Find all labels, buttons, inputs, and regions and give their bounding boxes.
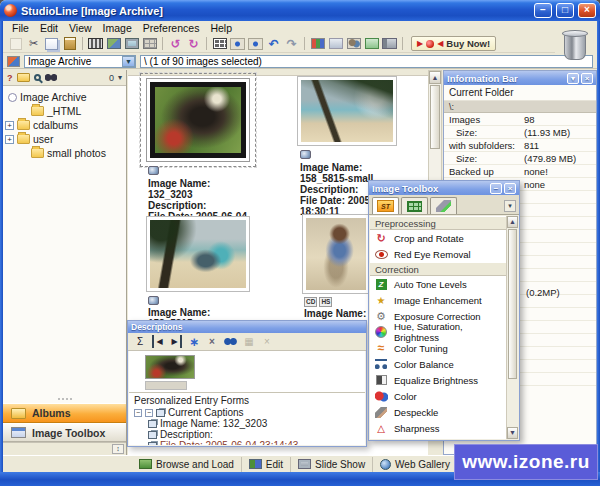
- prev-image-icon[interactable]: [230, 38, 245, 50]
- pin-icon[interactable]: ▾: [118, 73, 122, 82]
- panel-minimize-icon[interactable]: −: [490, 183, 502, 194]
- toolbox-item-auto-tone[interactable]: Auto Tone Levels: [370, 276, 506, 292]
- menu-view[interactable]: View: [64, 22, 97, 34]
- filmstrip-icon[interactable]: [88, 38, 103, 49]
- copy-icon[interactable]: [45, 38, 58, 50]
- tab-filters[interactable]: [401, 197, 428, 214]
- expand-icon[interactable]: +: [5, 121, 14, 130]
- rotate-left-icon[interactable]: [167, 37, 184, 51]
- sort-icon[interactable]: [311, 38, 325, 49]
- chevron-down-icon[interactable]: ▼: [122, 56, 135, 67]
- expand-icon[interactable]: +: [5, 135, 14, 144]
- toolbox-scrollbar[interactable]: ▲ ▼: [506, 216, 518, 439]
- cut-icon[interactable]: [25, 37, 42, 51]
- panel-close-icon[interactable]: ×: [581, 73, 593, 84]
- thumbnail-158-5964[interactable]: [302, 214, 370, 294]
- help-icon[interactable]: ?: [7, 73, 13, 83]
- trash-bin-icon[interactable]: [557, 27, 593, 63]
- path-input[interactable]: [140, 55, 593, 68]
- sidebar-resize-button[interactable]: ↕: [112, 444, 124, 454]
- thumbnail-132-3203[interactable]: [146, 78, 250, 162]
- search-icon[interactable]: [34, 74, 41, 81]
- tab-studioline-tools[interactable]: [372, 197, 399, 214]
- thumbnail-158-5815[interactable]: [146, 216, 250, 292]
- toolbox-item-color[interactable]: Color: [370, 388, 506, 404]
- next-image-icon[interactable]: [248, 38, 263, 50]
- tree-root-row[interactable]: Image Archive: [5, 90, 124, 104]
- table-icon[interactable]: [143, 38, 157, 49]
- tree-folder-html[interactable]: _HTML: [5, 104, 124, 118]
- tab-draw[interactable]: [430, 197, 457, 214]
- edit-button[interactable]: Edit: [242, 457, 291, 472]
- menu-image[interactable]: Image: [98, 22, 137, 34]
- toolbox-item-equalize[interactable]: Equalize Brightness: [370, 372, 506, 388]
- toolbox-item-hsb[interactable]: Hue, Saturation, Brightness: [370, 324, 506, 340]
- sidebar-item-albums[interactable]: Albums: [3, 403, 126, 423]
- scroll-down-icon[interactable]: ▼: [507, 427, 518, 439]
- binoculars-icon[interactable]: [45, 74, 57, 81]
- undo-icon[interactable]: [265, 37, 282, 51]
- scroll-up-icon[interactable]: ▲: [507, 216, 518, 228]
- buy-now-button[interactable]: ▶ ◀ Buy Now!: [411, 36, 496, 51]
- close-button[interactable]: ×: [578, 3, 596, 18]
- collapse-icon[interactable]: −: [145, 409, 153, 417]
- image-toolbox-title[interactable]: Image Toolbox − ×: [369, 181, 519, 195]
- last-record-icon[interactable]: ▶: [170, 335, 182, 348]
- monitor-icon[interactable]: [125, 38, 139, 49]
- menu-help[interactable]: Help: [205, 22, 237, 34]
- speaker-icon[interactable]: [329, 38, 343, 49]
- entry-form-icon[interactable]: Σ: [134, 335, 146, 348]
- toolbar-separator: [162, 37, 163, 50]
- open-folder-icon[interactable]: [17, 73, 30, 82]
- scroll-up-icon[interactable]: ▲: [429, 71, 441, 84]
- information-bar-title[interactable]: Information Bar ▾ ×: [444, 71, 596, 85]
- sidebar-item-image-toolbox[interactable]: Image Toolbox: [3, 423, 126, 442]
- thumbnail-158-5815-small[interactable]: [297, 76, 397, 146]
- menu-edit[interactable]: Edit: [35, 22, 63, 34]
- toolbox-item-color-balance[interactable]: Color Balance: [370, 356, 506, 372]
- first-record-icon[interactable]: ◀: [152, 335, 164, 348]
- tree-folder-user[interactable]: + user: [5, 132, 124, 146]
- users-icon[interactable]: [347, 38, 361, 49]
- tree-row-image-name[interactable]: Image Name: 132_3203: [134, 418, 363, 429]
- menu-preferences[interactable]: Preferences: [138, 22, 205, 34]
- beach-photo: [301, 80, 393, 142]
- archive-selector[interactable]: Image Archive ▼: [24, 55, 136, 68]
- paste-icon[interactable]: [64, 37, 76, 50]
- panel-close-icon[interactable]: ×: [504, 183, 516, 194]
- browse-and-load-button[interactable]: Browse and Load: [132, 457, 242, 472]
- toolbox-list: Preprocessing Crop and Rotate Red Eye Re…: [370, 216, 506, 439]
- rotate-right-icon[interactable]: [185, 37, 202, 51]
- thumbnail-grid-icon[interactable]: [213, 38, 227, 49]
- scrollbar-thumb[interactable]: [430, 85, 440, 149]
- menu-file[interactable]: File: [7, 22, 34, 34]
- maximize-button[interactable]: □: [556, 3, 574, 18]
- toolbox-item-red-eye[interactable]: Red Eye Removal: [370, 246, 506, 262]
- minimize-button[interactable]: −: [534, 3, 552, 18]
- toolbox-item-crop-rotate[interactable]: Crop and Rotate: [370, 230, 506, 246]
- descriptions-title[interactable]: Descriptions: [128, 321, 366, 333]
- panel-pin-icon[interactable]: ▾: [567, 73, 579, 84]
- image-stack-icon[interactable]: [107, 38, 121, 49]
- collapse-icon[interactable]: −: [134, 409, 142, 417]
- tree-folder-cdalbums[interactable]: + cdalbums: [5, 118, 124, 132]
- redo-icon[interactable]: [283, 37, 300, 51]
- archive-root-icon: [8, 93, 17, 102]
- toolbox-item-sharpness[interactable]: Sharpness: [370, 420, 506, 436]
- new-icon[interactable]: [10, 38, 22, 50]
- caption-thumbnail[interactable]: [145, 355, 195, 379]
- tree-row-current-captions[interactable]: − − Current Captions: [134, 407, 363, 418]
- toolbox-item-enhancement[interactable]: Image Enhancement: [370, 292, 506, 308]
- slide-show-button[interactable]: Slide Show: [291, 457, 373, 472]
- scrollbar-thumb[interactable]: [508, 229, 517, 379]
- delete-entry-icon[interactable]: ×: [206, 335, 218, 348]
- toolbox-item-despeckle[interactable]: Despeckle: [370, 404, 506, 420]
- tree-row-description[interactable]: Description:: [134, 429, 363, 440]
- tree-folder-small-photos[interactable]: small photos: [5, 146, 124, 160]
- tab-scroll-icon[interactable]: ▾: [504, 200, 516, 212]
- tree-row-file-date[interactable]: File Date: 2005-06-04 23:14:43: [134, 440, 363, 445]
- sync-icon[interactable]: [365, 38, 379, 49]
- camera-icon[interactable]: [382, 38, 397, 49]
- web-gallery-button[interactable]: Web Gallery: [373, 457, 458, 472]
- new-entry-icon[interactable]: ∗: [188, 335, 200, 348]
